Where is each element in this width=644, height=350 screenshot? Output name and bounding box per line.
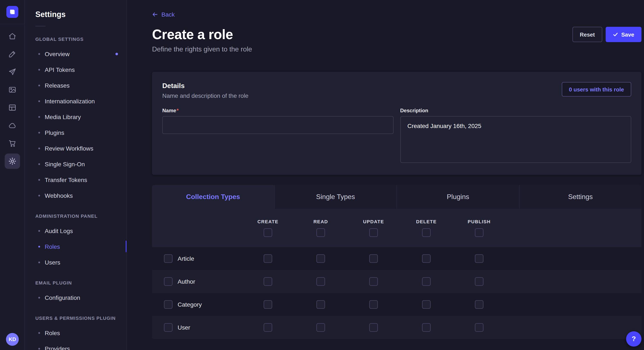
details-card: Details Name and description of the role… <box>152 72 642 175</box>
permission-checkbox[interactable] <box>316 323 325 332</box>
nav-settings-button[interactable] <box>4 154 20 169</box>
bullet-icon <box>38 179 40 180</box>
description-label: Description <box>400 108 631 114</box>
sidebar-item-api-tokens[interactable]: API Tokens <box>25 62 126 77</box>
tab-collection-types[interactable]: Collection Types <box>152 185 274 209</box>
page-subtitle: Define the rights given to the role <box>152 45 252 53</box>
permission-checkbox[interactable] <box>422 254 430 263</box>
permission-checkbox[interactable] <box>264 300 272 309</box>
select-all-read-checkbox[interactable] <box>316 228 325 237</box>
permission-checkbox[interactable] <box>475 254 484 263</box>
permission-checkbox[interactable] <box>475 323 484 332</box>
permission-checkbox[interactable] <box>369 323 378 332</box>
bullet-icon <box>38 132 40 133</box>
sidebar-item-plugins[interactable]: Plugins <box>25 125 126 140</box>
tab-settings[interactable]: Settings <box>519 185 642 209</box>
permission-checkbox[interactable] <box>422 300 430 309</box>
reset-button[interactable]: Reset <box>572 27 602 42</box>
sidebar-item-up-providers[interactable]: Providers <box>25 341 126 350</box>
description-field-group: Description Created January 16th, 2025 <box>400 108 631 165</box>
sidebar-item-internationalization[interactable]: Internationalization <box>25 93 126 109</box>
nav-media-library-button[interactable] <box>4 82 20 97</box>
save-label: Save <box>621 31 634 38</box>
sidebar-section-email-plugin: EMAIL PLUGIN Configuration <box>25 280 126 305</box>
description-textarea[interactable]: Created January 16th, 2025 <box>400 116 631 163</box>
nav-content-manager-button[interactable] <box>4 46 20 62</box>
permission-row-author: Author <box>152 270 642 293</box>
page-header: Create a role Define the rights given to… <box>152 26 642 53</box>
nav-releases-button[interactable] <box>4 64 20 80</box>
nav-marketplace-button[interactable] <box>4 136 20 151</box>
sidebar-section-global-settings: GLOBAL SETTINGS Overview API Tokens Rele… <box>25 37 126 203</box>
permission-checkbox[interactable] <box>475 300 484 309</box>
sidebar-item-up-roles[interactable]: Roles <box>25 325 126 341</box>
select-all-update-checkbox[interactable] <box>369 228 378 237</box>
row-select-checkbox[interactable] <box>164 300 172 309</box>
permission-checkbox[interactable] <box>369 300 378 309</box>
select-all-delete-checkbox[interactable] <box>422 228 430 237</box>
permission-checkbox[interactable] <box>369 277 378 286</box>
sidebar-title: Settings <box>25 10 126 19</box>
sidebar-item-audit-logs[interactable]: Audit Logs <box>25 223 126 239</box>
nav-home-button[interactable] <box>4 28 20 44</box>
settings-sidebar: Settings GLOBAL SETTINGS Overview API To… <box>25 0 127 350</box>
permission-checkbox[interactable] <box>264 277 272 286</box>
strapi-logo-icon <box>6 6 18 18</box>
column-publish: PUBLISH <box>453 219 506 237</box>
nav-content-type-builder-button[interactable] <box>4 100 20 115</box>
section-label: USERS & PERMISSIONS PLUGIN <box>25 316 126 321</box>
permission-checkbox[interactable] <box>369 254 378 263</box>
permission-checkbox[interactable] <box>316 277 325 286</box>
sidebar-item-single-sign-on[interactable]: Single Sign-On <box>25 156 126 172</box>
strapi-logo <box>0 0 24 24</box>
sidebar-item-roles[interactable]: Roles <box>25 239 126 254</box>
row-select-checkbox[interactable] <box>164 277 172 286</box>
sidebar-item-releases[interactable]: Releases <box>25 77 126 93</box>
bullet-icon <box>38 100 40 102</box>
permission-checkbox[interactable] <box>316 254 325 263</box>
users-with-role-button[interactable]: 0 users with this role <box>562 82 631 97</box>
bullet-icon <box>38 53 40 55</box>
bullet-icon <box>38 69 40 70</box>
permissions-tabs: Collection Types Single Types Plugins Se… <box>152 185 642 209</box>
sidebar-section-administration-panel: ADMINISTRATION PANEL Audit Logs Roles Us… <box>25 213 126 270</box>
permission-checkbox[interactable] <box>264 254 272 263</box>
page-title: Create a role <box>152 26 252 43</box>
name-input[interactable] <box>162 116 393 134</box>
back-link[interactable]: Back <box>152 11 175 18</box>
sidebar-item-webhooks[interactable]: Webhooks <box>25 187 126 203</box>
bullet-icon <box>38 261 40 263</box>
details-subtitle: Name and description of the role <box>162 92 248 99</box>
row-select-checkbox[interactable] <box>164 323 172 332</box>
sidebar-item-transfer-tokens[interactable]: Transfer Tokens <box>25 172 126 187</box>
permission-checkbox[interactable] <box>264 323 272 332</box>
permission-checkbox[interactable] <box>422 323 430 332</box>
select-all-create-checkbox[interactable] <box>264 228 272 237</box>
user-avatar[interactable]: KD <box>6 333 19 346</box>
pencil-icon <box>8 50 16 58</box>
permission-row-article: Article <box>152 247 642 270</box>
section-label: GLOBAL SETTINGS <box>25 37 126 42</box>
permission-checkbox[interactable] <box>316 300 325 309</box>
media-library-icon <box>8 85 16 94</box>
help-button[interactable]: ? <box>626 331 642 347</box>
row-select-checkbox[interactable] <box>164 254 172 263</box>
bullet-icon <box>38 230 40 232</box>
nav-cloud-button[interactable] <box>4 118 20 133</box>
sidebar-item-configuration[interactable]: Configuration <box>25 290 126 305</box>
sidebar-item-review-workflows[interactable]: Review Workflows <box>25 140 126 156</box>
tab-plugins[interactable]: Plugins <box>396 185 519 209</box>
select-all-publish-checkbox[interactable] <box>475 228 484 237</box>
permission-checkbox[interactable] <box>422 277 430 286</box>
permission-checkbox[interactable] <box>475 277 484 286</box>
sidebar-item-overview[interactable]: Overview <box>25 46 126 62</box>
sidebar-item-users[interactable]: Users <box>25 254 126 270</box>
column-update: UPDATE <box>347 219 400 237</box>
tab-single-types[interactable]: Single Types <box>274 185 396 209</box>
settings-gear-icon <box>8 157 16 166</box>
back-label: Back <box>162 11 175 18</box>
save-button[interactable]: Save <box>606 27 642 42</box>
section-label: EMAIL PLUGIN <box>25 280 126 285</box>
sidebar-item-media-library[interactable]: Media Library <box>25 109 126 125</box>
paper-plane-icon <box>8 68 16 76</box>
